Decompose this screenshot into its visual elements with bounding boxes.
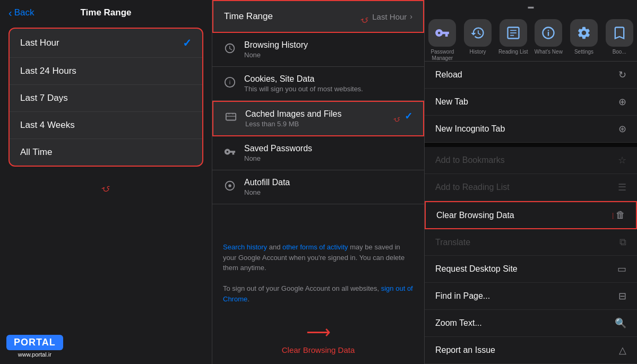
top-icon-settings[interactable]: Settings [566, 16, 602, 58]
history-circle [464, 19, 492, 47]
menu-item-reload[interactable]: Reload ↻ [425, 62, 637, 89]
search-history-link[interactable]: Search history [223, 243, 267, 251]
data-item-cached[interactable]: Cached Images and Files Less than 5.9 MB… [212, 101, 424, 136]
whats-new-label: What's New [535, 49, 563, 55]
drag-indicator: ▬ [425, 0, 637, 11]
svg-point-3 [228, 184, 231, 187]
reading-list-label: Reading List [498, 49, 528, 55]
add-bookmarks-icon: ☆ [618, 154, 626, 166]
report-issue-label: Report an Issue [435, 345, 495, 355]
option-all-time[interactable]: All Time [10, 139, 202, 166]
portal-url: www.portal.ir [6, 351, 63, 358]
add-reading-list-label: Add to Reading List [435, 183, 510, 192]
checkmark-blue-icon: ✓ [404, 110, 412, 122]
option-last-7-days[interactable]: Last 7 Days [10, 85, 202, 112]
bookmarks-label: Boo... [613, 49, 626, 55]
menu-item-new-incognito-tab[interactable]: New Incognito Tab ⊛ [425, 116, 637, 143]
whats-new-circle [535, 19, 562, 47]
menu-list: Reload ↻ New Tab ⊕ New Incognito Tab ⊛ A… [425, 62, 637, 364]
option-last-hour[interactable]: Last Hour✓ [10, 29, 202, 58]
data-item-passwords[interactable]: Saved Passwords None [212, 136, 424, 170]
clear-browsing-mid-label: Clear Browsing Data [282, 345, 355, 354]
menu-item-find-in-page[interactable]: Find in Page... ⊟ [425, 283, 637, 310]
option-last-24-hours[interactable]: Last 24 Hours [10, 58, 202, 85]
reload-icon: ↻ [618, 69, 626, 81]
browsing-history-icon [223, 41, 237, 55]
menu-item-translate: Translate ⧉ [425, 229, 637, 256]
top-icon-reading-list[interactable]: Reading List [495, 16, 531, 58]
data-item-cookies[interactable]: i Cookies, Site Data This will sign you … [212, 67, 424, 101]
menu-item-add-reading-list: Add to Reading List ☰ [425, 174, 637, 201]
top-icon-whats-new[interactable]: What's New [531, 16, 566, 58]
other-activity-link[interactable]: other forms of activity [282, 243, 348, 251]
menu-item-report-issue[interactable]: Report an Issue △ [425, 337, 637, 364]
checkmark-icon: ✓ [183, 37, 192, 49]
translate-label: Translate [435, 238, 470, 247]
svg-text:i: i [229, 79, 230, 85]
left-header: ‹ Back Time Range [0, 0, 212, 23]
new-tab-icon: ⊕ [618, 96, 626, 108]
report-issue-icon: △ [619, 344, 626, 356]
translate-icon: ⧉ [619, 237, 626, 248]
find-in-page-icon: ⊟ [618, 290, 626, 302]
password-manager-circle [428, 19, 456, 47]
top-icons-bar: Password Manager History Reading List Wh… [425, 11, 637, 62]
top-icon-password-manager[interactable]: Password Manager [425, 16, 460, 62]
menu-divider [425, 143, 637, 147]
left-panel-title: Time Range [80, 7, 131, 18]
signout-period: . [247, 295, 249, 303]
cached-icon [224, 110, 238, 124]
password-manager-label: Password Manager [427, 49, 458, 62]
arabic-cursor-mid: ۍ [360, 8, 369, 24]
option-last-4-weeks[interactable]: Last 4 Weeks [10, 112, 202, 139]
passwords-icon [223, 145, 237, 159]
time-range-options-list: Last Hour✓Last 24 HoursLast 7 DaysLast 4… [8, 28, 203, 167]
data-items-list: Browsing History None i Cookies, Site Da… [212, 33, 424, 233]
signout-text: To sign out of your Google Account on al… [223, 284, 381, 292]
add-bookmarks-label: Add to Bookmarks [435, 155, 505, 165]
top-icon-bookmarks[interactable]: Boo... [601, 16, 637, 58]
back-button[interactable]: ‹ Back [8, 7, 34, 19]
request-desktop-site-label: Request Desktop Site [435, 264, 518, 274]
time-range-bar[interactable]: Time Range ۍ Last Hour › [212, 0, 424, 33]
svg-rect-2 [226, 114, 236, 120]
svg-point-9 [548, 30, 549, 31]
left-panel: ‹ Back Time Range Last Hour✓Last 24 Hour… [0, 0, 212, 364]
time-range-bar-label: Time Range [224, 11, 273, 22]
settings-label: Settings [574, 49, 593, 55]
zoom-text-icon: 🔍 [615, 317, 626, 329]
new-incognito-tab-label: New Incognito Tab [435, 124, 505, 134]
back-label: Back [14, 7, 35, 18]
menu-item-zoom-text[interactable]: Zoom Text... 🔍 [425, 310, 637, 337]
data-item-autofill[interactable]: Autofill Data None [212, 170, 424, 204]
history-label: History [469, 49, 486, 55]
info-and: and [267, 243, 282, 251]
top-icon-history[interactable]: History [460, 16, 496, 58]
autofill-icon [223, 179, 237, 193]
find-in-page-label: Find in Page... [435, 291, 490, 301]
new-incognito-tab-icon: ⊛ [618, 123, 626, 135]
arabic-cursor-left: ۍ [0, 176, 212, 193]
clear-browsing-data-icon: |🗑 [612, 210, 625, 221]
arrow-icon: ⟶ [306, 322, 331, 342]
right-panel: ▬ Password Manager History Reading List … [425, 0, 637, 364]
red-cursor-icon: | [612, 211, 614, 220]
portal-text: PORTAL [6, 335, 63, 350]
data-item-browsing-history[interactable]: Browsing History None [212, 33, 424, 67]
new-tab-label: New Tab [435, 97, 468, 107]
mid-panel: Time Range ۍ Last Hour › Browsing Histor… [212, 0, 425, 364]
reading-list-circle [500, 19, 527, 47]
portal-badge: PORTAL www.portal.ir [6, 335, 63, 358]
menu-item-clear-browsing-data[interactable]: Clear Browsing Data |🗑 [425, 201, 637, 229]
menu-item-request-desktop-site[interactable]: Request Desktop Site ▭ [425, 256, 637, 283]
bookmarks-circle [606, 19, 633, 47]
clear-browsing-arrow-section: ⟶ Clear Browsing Data [212, 313, 424, 364]
reload-label: Reload [435, 70, 462, 80]
chevron-right-icon: › [410, 12, 412, 21]
clear-browsing-data-label: Clear Browsing Data [436, 211, 514, 220]
svg-rect-10 [548, 32, 549, 36]
menu-item-new-tab[interactable]: New Tab ⊕ [425, 89, 637, 116]
request-desktop-site-icon: ▭ [617, 263, 626, 275]
zoom-text-label: Zoom Text... [435, 318, 482, 328]
time-range-value: Last Hour [372, 12, 407, 21]
